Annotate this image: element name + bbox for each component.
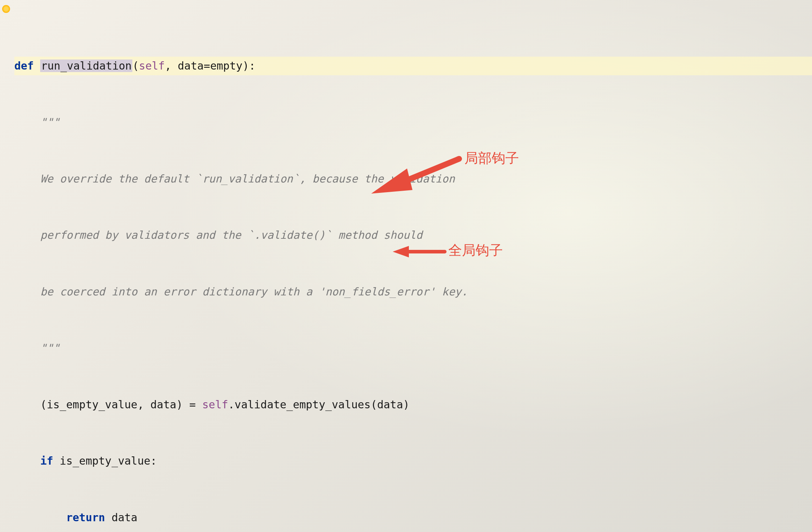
code-line[interactable]: performed by validators and the `.valida… (14, 226, 812, 245)
keyword-def: def (14, 60, 34, 72)
code-line[interactable]: be coerced into an error dictionary with… (14, 282, 812, 301)
docstring: be coerced into an error dictionary with… (40, 285, 468, 298)
code-line[interactable]: """ (14, 113, 812, 132)
docstring: performed by validators and the `.valida… (40, 229, 422, 241)
code-line[interactable]: (is_empty_value, data) = self.validate_e… (14, 395, 812, 414)
self-param: self (139, 60, 165, 72)
code-line[interactable]: def run_validation(self, data=empty): (14, 57, 812, 76)
code-line[interactable]: if is_empty_value: (14, 452, 812, 471)
code-editor[interactable]: def run_validation(self, data=empty): ""… (0, 0, 812, 532)
code-line[interactable]: """ (14, 339, 812, 358)
docstring: """ (40, 116, 60, 128)
code-line[interactable]: return data (14, 508, 812, 527)
docstring: We override the default `run_validation`… (40, 172, 455, 185)
lightbulb-icon[interactable] (2, 5, 10, 13)
code-line[interactable]: We override the default `run_validation`… (14, 170, 812, 189)
docstring: """ (40, 342, 60, 354)
function-name: run_validation (40, 60, 132, 72)
